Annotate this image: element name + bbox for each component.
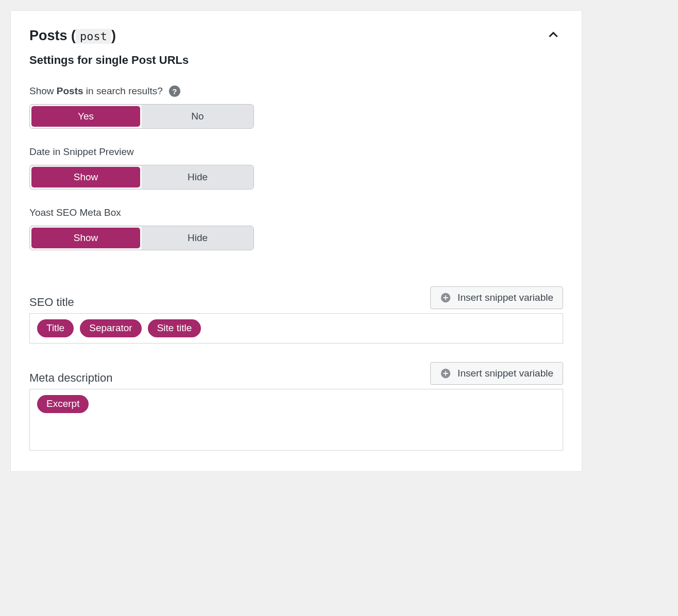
seo-title-section: SEO title Insert snippet variable Title … xyxy=(29,286,563,344)
post-type-code: post xyxy=(76,29,111,44)
meta-box-show[interactable]: Show xyxy=(31,228,140,248)
show-in-search-toggle: Yes No xyxy=(29,104,254,129)
panel-header: Posts (post) xyxy=(29,25,563,46)
date-snippet-toggle: Show Hide xyxy=(29,165,254,190)
variable-chip-separator[interactable]: Separator xyxy=(80,319,141,337)
seo-title-input[interactable]: Title Separator Site title xyxy=(29,313,563,344)
date-snippet-label: Date in Snippet Preview xyxy=(29,146,134,158)
help-icon[interactable]: ? xyxy=(169,85,180,97)
insert-variable-button-seo-title[interactable]: Insert snippet variable xyxy=(430,286,563,309)
field-label-row: Date in Snippet Preview xyxy=(29,146,563,158)
meta-box-hide[interactable]: Hide xyxy=(142,226,253,250)
seo-title-label: SEO title xyxy=(29,296,74,309)
panel-title-prefix: Posts xyxy=(29,28,67,43)
show-in-search-yes[interactable]: Yes xyxy=(31,106,140,127)
field-label-row: Yoast SEO Meta Box xyxy=(29,207,563,218)
posts-settings-panel: Posts (post) Settings for single Post UR… xyxy=(10,10,582,472)
settings-subheading: Settings for single Post URLs xyxy=(29,54,563,67)
plus-circle-icon xyxy=(440,292,451,303)
seo-title-header-row: SEO title Insert snippet variable xyxy=(29,286,563,309)
meta-box-label: Yoast SEO Meta Box xyxy=(29,207,121,218)
insert-variable-button-meta-desc[interactable]: Insert snippet variable xyxy=(430,362,563,385)
meta-description-section: Meta description Insert snippet variable… xyxy=(29,362,563,451)
date-snippet-field: Date in Snippet Preview Show Hide xyxy=(29,146,563,190)
field-label-row: Show Posts in search results? ? xyxy=(29,85,563,97)
variable-chip-title[interactable]: Title xyxy=(37,319,74,337)
panel-title: Posts (post) xyxy=(29,28,116,44)
date-snippet-show[interactable]: Show xyxy=(31,167,140,187)
meta-desc-label: Meta description xyxy=(29,371,112,385)
meta-desc-header-row: Meta description Insert snippet variable xyxy=(29,362,563,385)
meta-box-field: Yoast SEO Meta Box Show Hide xyxy=(29,207,563,250)
plus-circle-icon xyxy=(440,368,451,379)
date-snippet-hide[interactable]: Hide xyxy=(142,165,253,189)
show-in-search-label: Show Posts in search results? xyxy=(29,85,163,97)
show-in-search-field: Show Posts in search results? ? Yes No xyxy=(29,85,563,129)
variable-chip-excerpt[interactable]: Excerpt xyxy=(37,395,89,413)
chevron-up-icon xyxy=(547,28,560,42)
meta-desc-input[interactable]: Excerpt xyxy=(29,389,563,451)
collapse-toggle-button[interactable] xyxy=(544,25,563,46)
variable-chip-site-title[interactable]: Site title xyxy=(148,319,201,337)
meta-box-toggle: Show Hide xyxy=(29,226,254,250)
show-in-search-no[interactable]: No xyxy=(142,105,253,128)
